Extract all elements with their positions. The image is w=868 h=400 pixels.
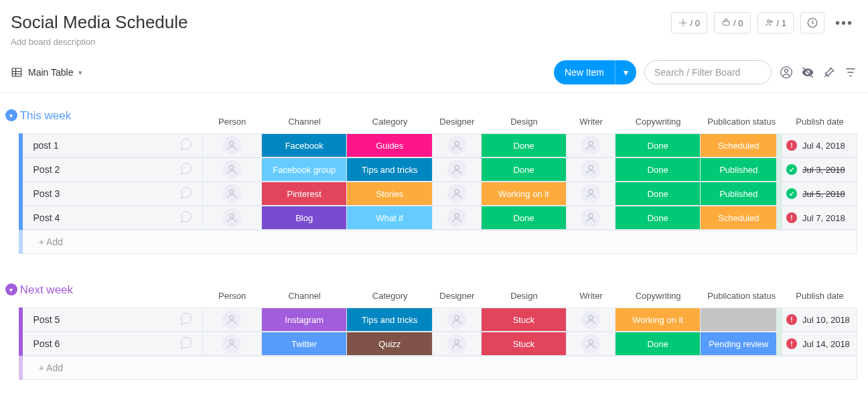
writer-cell[interactable]	[567, 308, 616, 332]
publish-date-cell[interactable]: ! Jul 4, 2018	[782, 133, 857, 157]
hide-icon[interactable]	[801, 66, 814, 79]
group-collapse-toggle[interactable]: ▾	[5, 283, 17, 295]
channel-cell[interactable]: Facebook group	[262, 157, 348, 182]
avatar-placeholder[interactable]	[581, 184, 600, 203]
group-title[interactable]: This week	[20, 109, 203, 133]
copywriting-status-cell[interactable]: Working on it	[616, 308, 701, 332]
view-selector[interactable]: Main Table ▾	[11, 66, 82, 78]
conversation-icon[interactable]	[178, 186, 193, 202]
copywriting-status-cell[interactable]: Done	[616, 206, 701, 230]
avatar-placeholder[interactable]	[447, 310, 466, 329]
design-status-cell[interactable]: Stuck	[482, 332, 567, 356]
column-header[interactable]: Designer	[433, 109, 482, 133]
designer-cell[interactable]	[433, 206, 482, 230]
category-cell[interactable]: What if	[347, 206, 433, 230]
publication-status-cell[interactable]	[701, 308, 777, 332]
designer-cell[interactable]	[433, 157, 482, 182]
column-header[interactable]: Person	[203, 109, 262, 133]
column-header[interactable]: Design	[482, 283, 567, 308]
person-cell[interactable]	[203, 332, 262, 356]
column-header[interactable]: Person	[203, 283, 262, 308]
item-name-cell[interactable]: post 1	[23, 133, 203, 157]
avatar-placeholder[interactable]	[581, 334, 600, 353]
column-header[interactable]: Writer	[567, 283, 616, 308]
column-header[interactable]: Copywriting	[616, 283, 701, 308]
person-cell[interactable]	[203, 182, 262, 206]
design-status-cell[interactable]: Working on it	[482, 182, 567, 206]
more-options-icon[interactable]: •••	[831, 15, 857, 31]
publish-date-cell[interactable]: ! Jul 10, 2018	[782, 308, 857, 332]
column-header[interactable]: Copywriting	[616, 109, 701, 133]
avatar-placeholder[interactable]	[447, 160, 466, 179]
activity-pill[interactable]	[800, 12, 824, 34]
column-header[interactable]: Channel	[262, 283, 348, 308]
copywriting-status-cell[interactable]: Done	[616, 157, 701, 182]
item-name-cell[interactable]: Post 4	[23, 206, 203, 230]
design-status-cell[interactable]: Done	[482, 157, 567, 182]
column-header[interactable]: Designer	[433, 283, 482, 308]
writer-cell[interactable]	[567, 133, 616, 157]
new-item-dropdown[interactable]: ▾	[615, 60, 636, 84]
item-name-cell[interactable]: Post 6	[23, 332, 203, 356]
avatar-placeholder[interactable]	[222, 160, 241, 179]
designer-cell[interactable]	[433, 308, 482, 332]
conversation-icon[interactable]	[178, 336, 193, 352]
copywriting-status-cell[interactable]: Done	[616, 332, 701, 356]
publish-date-cell[interactable]: ✓ Jul 3, 2018	[782, 157, 857, 182]
avatar-placeholder[interactable]	[222, 136, 241, 155]
board-description[interactable]: Add board description	[11, 37, 188, 47]
new-item-button[interactable]: New Item ▾	[554, 60, 636, 84]
publication-status-cell[interactable]: Scheduled	[701, 133, 777, 157]
designer-cell[interactable]	[433, 332, 482, 356]
avatar-placeholder[interactable]	[447, 208, 466, 227]
conversation-icon[interactable]	[178, 137, 193, 154]
avatar-placeholder[interactable]	[581, 310, 600, 329]
avatar-placeholder[interactable]	[222, 184, 241, 203]
avatar-placeholder[interactable]	[222, 334, 241, 353]
avatar-placeholder[interactable]	[222, 208, 241, 227]
column-header[interactable]: Category	[347, 109, 433, 133]
column-header[interactable]: Channel	[262, 109, 348, 133]
publish-date-cell[interactable]: ✓ Jul 5, 2018	[782, 182, 857, 206]
search-input[interactable]	[644, 60, 772, 84]
publication-status-cell[interactable]: Pending review	[701, 332, 777, 356]
designer-cell[interactable]	[433, 182, 482, 206]
item-name-cell[interactable]: Post 5	[23, 308, 203, 332]
writer-cell[interactable]	[567, 182, 616, 206]
avatar-placeholder[interactable]	[447, 184, 466, 203]
column-header[interactable]: Category	[347, 283, 433, 308]
designer-cell[interactable]	[433, 133, 482, 157]
channel-cell[interactable]: Twitter	[262, 332, 348, 356]
writer-cell[interactable]	[567, 332, 616, 356]
person-filter-icon[interactable]	[780, 65, 793, 80]
channel-cell[interactable]: Pinterest	[262, 182, 348, 206]
writer-cell[interactable]	[567, 157, 616, 182]
category-cell[interactable]: Tips and tricks	[347, 157, 433, 182]
conversation-icon[interactable]	[178, 161, 193, 178]
avatar-placeholder[interactable]	[447, 334, 466, 353]
item-name-cell[interactable]: Post 3	[23, 182, 203, 206]
channel-cell[interactable]: Blog	[262, 206, 348, 230]
conversation-icon[interactable]	[178, 210, 193, 226]
category-cell[interactable]: Tips and tricks	[347, 308, 433, 332]
publication-status-cell[interactable]: Published	[701, 157, 777, 182]
column-header[interactable]: Design	[482, 109, 567, 133]
filter-icon[interactable]	[844, 66, 857, 78]
column-header[interactable]: Publication status	[701, 283, 782, 308]
copywriting-status-cell[interactable]: Done	[616, 133, 701, 157]
column-header[interactable]: Publish date	[782, 283, 857, 308]
integration-pill-2[interactable]: / 0	[714, 12, 750, 34]
writer-cell[interactable]	[567, 206, 616, 230]
avatar-placeholder[interactable]	[581, 136, 600, 155]
integration-pill-1[interactable]: / 0	[671, 12, 707, 34]
person-cell[interactable]	[203, 308, 262, 332]
design-status-cell[interactable]: Stuck	[482, 308, 567, 332]
conversation-icon[interactable]	[178, 312, 193, 328]
avatar-placeholder[interactable]	[581, 208, 600, 227]
members-pill[interactable]: / 1	[757, 12, 794, 34]
group-collapse-toggle[interactable]: ▾	[5, 109, 17, 121]
channel-cell[interactable]: Instagram	[262, 308, 348, 332]
item-name-cell[interactable]: Post 2	[23, 157, 203, 182]
design-status-cell[interactable]: Done	[482, 133, 567, 157]
person-cell[interactable]	[203, 133, 262, 157]
